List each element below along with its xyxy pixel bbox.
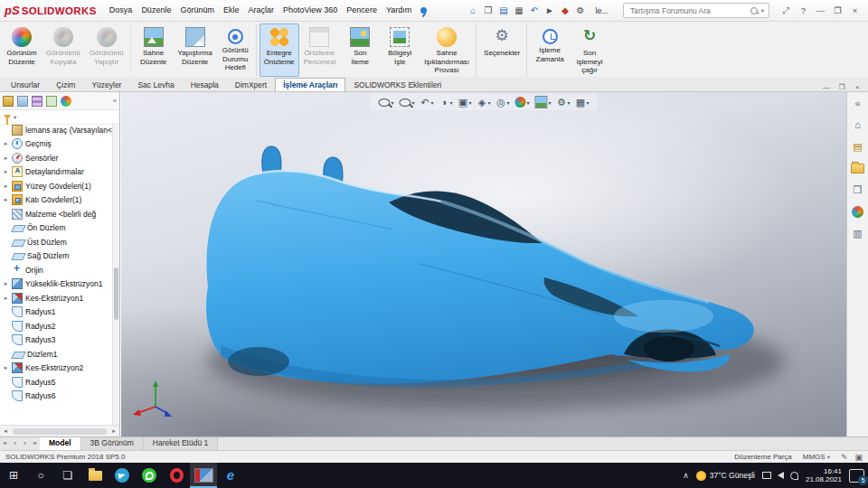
edit-scene-button[interactable]: Sahne Düzenle [134, 23, 174, 77]
rebuild-icon[interactable]: ◆ [557, 1, 572, 21]
tree-item-radyus5[interactable]: Radyus5 [0, 375, 113, 389]
task-view-button[interactable]: ❏ [54, 463, 81, 488]
expand-arrow-icon[interactable]: ▸ [3, 140, 9, 147]
scrollbar-thumb[interactable] [13, 428, 107, 435]
dropdown-caret-icon[interactable]: ▾ [468, 99, 471, 106]
final-render-button[interactable]: Son İleme [340, 23, 380, 77]
open-icon[interactable]: ❐ [480, 1, 495, 21]
configurationmanager-tab-icon[interactable] [32, 96, 42, 107]
displaymanager-tab-icon[interactable] [61, 96, 71, 107]
file-explorer-icon[interactable] [850, 161, 866, 175]
menu-item[interactable]: Ekle [219, 0, 244, 21]
search-button[interactable]: ○ [27, 463, 54, 488]
app-fullscreen-icon[interactable]: ⤢ [778, 1, 795, 21]
schedule-render-button[interactable]: İşleme Zamanla [530, 23, 570, 77]
select-arrow-icon[interactable]: ► [542, 1, 557, 21]
tab-3b-gorunum[interactable]: 3B Görünüm [81, 437, 144, 450]
menu-item[interactable]: Yardım [382, 0, 416, 21]
edit-decal-button[interactable]: Yapıştırma Düzenle [174, 23, 217, 77]
display-style-icon[interactable]: ◈ ▾ [476, 97, 490, 108]
hidden-icons-chevron[interactable]: ∧ [683, 471, 689, 480]
view-orientation-icon[interactable]: ▣ ▾ [458, 97, 471, 108]
expand-arrow-icon[interactable]: ▸ [3, 183, 9, 190]
scroll-left-icon[interactable]: ◂ [0, 427, 11, 435]
scroll-right-icon[interactable]: ▸ [108, 427, 119, 435]
tree-vertical-scrollbar[interactable] [112, 123, 119, 426]
image-quality-target-button[interactable]: Görüntü Durumu Hedefi [217, 23, 257, 77]
tree-item-kes-ekstruzyon1[interactable]: ▸ Kes-Ekstrüzyon1 [0, 291, 113, 305]
tab-hareket-etudu-1[interactable]: Hareket Etüdü 1 [144, 437, 218, 450]
expand-arrow-icon[interactable]: ▸ [3, 155, 9, 162]
dropdown-caret-icon[interactable]: ▾ [527, 99, 530, 106]
expand-arrow-icon[interactable]: ▸ [3, 295, 9, 302]
login-text[interactable]: le... [595, 6, 609, 15]
tree-item-duzlem1[interactable]: Düzlem1 [0, 347, 113, 361]
render-region-button[interactable]: Bölgeyi İşle [380, 23, 420, 77]
save-icon[interactable]: ▤ [495, 1, 511, 21]
tab-isleme-araclari[interactable]: İşleme Araçları [275, 78, 345, 91]
dropdown-caret-icon[interactable]: ▾ [587, 99, 590, 106]
pin-icon[interactable] [420, 7, 427, 14]
tree-item-on-duzlem[interactable]: Ön Düzlem [0, 221, 113, 236]
doc-close-icon[interactable]: × [851, 83, 863, 91]
tab-hesapla[interactable]: Hesapla [183, 78, 227, 91]
tree-item-sensorler[interactable]: ▸ Sensörler [0, 151, 113, 165]
camera-icon[interactable]: ▦ ▾ [576, 97, 590, 108]
tree-item-gecmis[interactable]: ▸ Geçmiş [0, 137, 113, 152]
tree-item-kati-govdeler[interactable]: ▸ Katı Gövdeler(1) [0, 193, 113, 208]
network-tray-icon[interactable] [790, 472, 798, 480]
preview-window-button[interactable]: Önizleme Penceresi [299, 23, 341, 77]
propertymanager-tab-icon[interactable] [17, 96, 28, 107]
expand-arrow-icon[interactable]: ▸ [3, 196, 9, 203]
tree-root-part[interactable]: lemans araç (Varsayılan<-< [0, 123, 113, 137]
tree-item-ust-duzlem[interactable]: Üst Düzlem [0, 235, 113, 249]
tree-horizontal-scrollbar[interactable]: ◂ ▸ [0, 425, 119, 436]
search-caret-icon[interactable]: ▾ [761, 7, 764, 14]
expand-arrow-icon[interactable]: ▸ [3, 364, 9, 371]
app-maximize-icon[interactable]: ❐ [829, 1, 846, 21]
dropdown-caret-icon[interactable]: ▾ [430, 99, 433, 106]
recall-last-render-button[interactable]: Son işlemeyi çağır [570, 23, 609, 77]
tree-item-kes-ekstruzyon2[interactable]: ▸ Kes-Ekstrüzyon2 [0, 361, 113, 376]
custom-properties-icon[interactable]: ▥ [850, 226, 866, 240]
tab-yuzeyler[interactable]: Yüzeyler [83, 78, 129, 91]
menu-item[interactable]: Dosya [105, 0, 137, 21]
speaker-tray-icon[interactable] [778, 472, 784, 479]
dropdown-caret-icon[interactable]: ▾ [391, 99, 393, 106]
graphics-viewport[interactable]: ▾ ▾ ↶ ▾ ◑ ▾ ▣ ▾ ◈ ▾ [121, 92, 846, 436]
tree-item-yuzey-govdeleri[interactable]: ▸ Yüzey Gövdeleri(1) [0, 179, 113, 193]
tab-model[interactable]: Model [40, 437, 81, 450]
settings-gear-icon[interactable]: ⚙ [572, 1, 588, 21]
tree-item-malzeme[interactable]: Malzeme <belirli değ [0, 207, 113, 221]
menu-item[interactable]: Araçlar [243, 0, 278, 21]
tree-item-orijin[interactable]: Orijin [0, 263, 113, 277]
appearances-scenes-icon[interactable] [850, 204, 866, 219]
panel-flyout-icon[interactable]: » [113, 97, 117, 105]
scrollbar-thumb[interactable] [114, 267, 118, 320]
tab-unsurlar[interactable]: Unsurlar [3, 78, 48, 91]
scene-illumination-proof-button[interactable]: Sahne Işıklandırması Provası [420, 23, 476, 77]
dropdown-caret-icon[interactable]: ▾ [549, 99, 552, 106]
hide-show-items-icon[interactable]: ◎ ▾ [496, 97, 510, 108]
apply-scene-icon[interactable]: ▾ [535, 96, 552, 108]
solidworks-app[interactable] [190, 463, 217, 488]
view-palette-icon[interactable]: ❒ [850, 183, 866, 197]
file-explorer-app[interactable] [81, 463, 108, 488]
filter-icon[interactable] [4, 115, 11, 120]
expand-arrow-icon[interactable]: ▸ [3, 280, 9, 287]
undo-icon[interactable]: ↶ [526, 1, 542, 21]
menu-item[interactable]: Görünüm [175, 0, 219, 21]
last-tab-ic[interactable]: » [30, 437, 40, 450]
app-help-icon[interactable]: ? [795, 1, 812, 21]
app-close-icon[interactable]: × [846, 1, 863, 21]
telegram-app[interactable] [108, 463, 136, 488]
paste-appearance-button[interactable]: Görünümü Yapıştır [85, 23, 131, 77]
prev-tab-icon[interactable]: ‹ [10, 437, 20, 450]
doc-restore-icon[interactable]: ❐ [835, 83, 848, 91]
home-icon[interactable]: ⌂ [465, 1, 480, 21]
first-tab-icon[interactable]: « [0, 437, 10, 450]
expand-arrow-icon[interactable]: ▸ [3, 168, 9, 175]
taskpane-collapse-icon[interactable]: « [850, 96, 866, 110]
unit-system-dropdown[interactable]: MMGS ▾ [803, 453, 830, 461]
featuremanager-tab-icon[interactable] [3, 96, 14, 107]
